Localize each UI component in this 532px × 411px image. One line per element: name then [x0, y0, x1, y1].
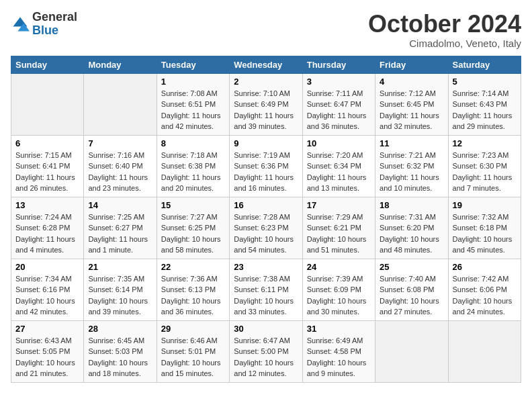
calendar-cell: 10Sunrise: 7:20 AM Sunset: 6:34 PM Dayli…: [302, 135, 375, 197]
weekday-header: Tuesday: [157, 56, 229, 73]
day-info: Sunrise: 6:43 AM Sunset: 5:05 PM Dayligh…: [15, 335, 79, 379]
calendar-cell: 19Sunrise: 7:32 AM Sunset: 6:18 PM Dayli…: [448, 197, 521, 259]
day-info: Sunrise: 6:45 AM Sunset: 5:03 PM Dayligh…: [88, 335, 152, 379]
calendar-week-row: 13Sunrise: 7:24 AM Sunset: 6:28 PM Dayli…: [11, 197, 521, 259]
day-number: 28: [88, 324, 152, 334]
weekday-header: Saturday: [448, 56, 521, 73]
calendar-cell: 8Sunrise: 7:18 AM Sunset: 6:38 PM Daylig…: [157, 135, 229, 197]
day-number: 13: [15, 200, 79, 210]
calendar-cell: 13Sunrise: 7:24 AM Sunset: 6:28 PM Dayli…: [11, 197, 84, 259]
day-number: 6: [15, 138, 79, 148]
calendar-cell: 29Sunrise: 6:46 AM Sunset: 5:01 PM Dayli…: [157, 320, 229, 382]
calendar-cell: 27Sunrise: 6:43 AM Sunset: 5:05 PM Dayli…: [11, 320, 84, 382]
calendar-week-row: 20Sunrise: 7:34 AM Sunset: 6:16 PM Dayli…: [11, 259, 521, 320]
day-number: 14: [88, 200, 152, 210]
calendar-cell: 7Sunrise: 7:16 AM Sunset: 6:40 PM Daylig…: [84, 135, 157, 197]
day-number: 12: [453, 138, 517, 148]
day-info: Sunrise: 7:12 AM Sunset: 6:45 PM Dayligh…: [380, 88, 443, 132]
calendar-cell: 22Sunrise: 7:36 AM Sunset: 6:13 PM Dayli…: [157, 259, 229, 320]
day-number: 8: [161, 138, 225, 148]
day-info: Sunrise: 7:28 AM Sunset: 6:23 PM Dayligh…: [234, 212, 298, 256]
day-number: 19: [453, 200, 517, 210]
calendar-table: SundayMondayTuesdayWednesdayThursdayFrid…: [11, 56, 521, 383]
calendar-cell: 3Sunrise: 7:11 AM Sunset: 6:47 PM Daylig…: [302, 73, 375, 135]
day-number: 3: [307, 77, 371, 87]
day-number: 24: [307, 262, 371, 272]
day-number: 20: [15, 262, 79, 272]
day-info: Sunrise: 7:21 AM Sunset: 6:32 PM Dayligh…: [380, 150, 443, 194]
location-subtitle: Cimadolmo, Veneto, Italy: [368, 38, 521, 49]
calendar-cell: [11, 73, 84, 135]
day-number: 23: [234, 262, 298, 272]
calendar-cell: [448, 320, 521, 382]
day-info: Sunrise: 7:20 AM Sunset: 6:34 PM Dayligh…: [307, 150, 371, 194]
calendar-cell: 9Sunrise: 7:19 AM Sunset: 6:36 PM Daylig…: [230, 135, 302, 197]
day-number: 21: [88, 262, 152, 272]
day-number: 22: [161, 262, 225, 272]
day-number: 25: [380, 262, 443, 272]
day-number: 29: [161, 324, 225, 334]
calendar-cell: 4Sunrise: 7:12 AM Sunset: 6:45 PM Daylig…: [375, 73, 448, 135]
day-number: 5: [453, 77, 517, 87]
calendar-cell: 5Sunrise: 7:14 AM Sunset: 6:43 PM Daylig…: [448, 73, 521, 135]
day-info: Sunrise: 7:24 AM Sunset: 6:28 PM Dayligh…: [15, 212, 79, 256]
weekday-header: Monday: [84, 56, 157, 73]
day-info: Sunrise: 7:40 AM Sunset: 6:08 PM Dayligh…: [380, 273, 443, 318]
month-title: October 2024: [368, 11, 521, 38]
calendar-cell: 6Sunrise: 7:15 AM Sunset: 6:41 PM Daylig…: [11, 135, 84, 197]
calendar-cell: 24Sunrise: 7:39 AM Sunset: 6:09 PM Dayli…: [302, 259, 375, 320]
day-info: Sunrise: 7:16 AM Sunset: 6:40 PM Dayligh…: [88, 150, 152, 194]
day-info: Sunrise: 7:11 AM Sunset: 6:47 PM Dayligh…: [307, 88, 371, 132]
day-info: Sunrise: 7:38 AM Sunset: 6:11 PM Dayligh…: [234, 273, 298, 318]
day-number: 4: [380, 77, 443, 87]
calendar-cell: 17Sunrise: 7:29 AM Sunset: 6:21 PM Dayli…: [302, 197, 375, 259]
day-number: 1: [161, 77, 225, 87]
day-info: Sunrise: 7:32 AM Sunset: 6:18 PM Dayligh…: [453, 212, 517, 256]
calendar-cell: 18Sunrise: 7:31 AM Sunset: 6:20 PM Dayli…: [375, 197, 448, 259]
day-info: Sunrise: 7:18 AM Sunset: 6:38 PM Dayligh…: [161, 150, 225, 194]
title-block: October 2024 Cimadolmo, Veneto, Italy: [368, 11, 521, 49]
calendar-week-row: 27Sunrise: 6:43 AM Sunset: 5:05 PM Dayli…: [11, 320, 521, 382]
logo-text: General Blue: [32, 11, 77, 38]
day-info: Sunrise: 7:36 AM Sunset: 6:13 PM Dayligh…: [161, 273, 225, 318]
calendar-cell: 28Sunrise: 6:45 AM Sunset: 5:03 PM Dayli…: [84, 320, 157, 382]
calendar-cell: [375, 320, 448, 382]
calendar-cell: 16Sunrise: 7:28 AM Sunset: 6:23 PM Dayli…: [230, 197, 302, 259]
day-info: Sunrise: 7:25 AM Sunset: 6:27 PM Dayligh…: [88, 212, 152, 256]
day-info: Sunrise: 7:14 AM Sunset: 6:43 PM Dayligh…: [453, 88, 517, 132]
day-info: Sunrise: 7:34 AM Sunset: 6:16 PM Dayligh…: [15, 273, 79, 318]
calendar-cell: [84, 73, 157, 135]
calendar-cell: 25Sunrise: 7:40 AM Sunset: 6:08 PM Dayli…: [375, 259, 448, 320]
day-info: Sunrise: 7:10 AM Sunset: 6:49 PM Dayligh…: [234, 88, 298, 132]
page-header: General Blue October 2024 Cimadolmo, Ven…: [11, 11, 521, 49]
logo-blue: Blue: [32, 24, 77, 38]
day-info: Sunrise: 7:39 AM Sunset: 6:09 PM Dayligh…: [307, 273, 371, 318]
day-info: Sunrise: 6:46 AM Sunset: 5:01 PM Dayligh…: [161, 335, 225, 379]
calendar-cell: 11Sunrise: 7:21 AM Sunset: 6:32 PM Dayli…: [375, 135, 448, 197]
day-number: 30: [234, 324, 298, 334]
calendar-cell: 21Sunrise: 7:35 AM Sunset: 6:14 PM Dayli…: [84, 259, 157, 320]
calendar-cell: 2Sunrise: 7:10 AM Sunset: 6:49 PM Daylig…: [230, 73, 302, 135]
day-number: 9: [234, 138, 298, 148]
calendar-cell: 1Sunrise: 7:08 AM Sunset: 6:51 PM Daylig…: [157, 73, 229, 135]
calendar-header: SundayMondayTuesdayWednesdayThursdayFrid…: [11, 56, 521, 73]
calendar-week-row: 1Sunrise: 7:08 AM Sunset: 6:51 PM Daylig…: [11, 73, 521, 135]
day-number: 15: [161, 200, 225, 210]
day-number: 10: [307, 138, 371, 148]
calendar-cell: 23Sunrise: 7:38 AM Sunset: 6:11 PM Dayli…: [230, 259, 302, 320]
calendar-week-row: 6Sunrise: 7:15 AM Sunset: 6:41 PM Daylig…: [11, 135, 521, 197]
calendar-body: 1Sunrise: 7:08 AM Sunset: 6:51 PM Daylig…: [11, 73, 521, 382]
logo-icon: [11, 15, 30, 34]
day-info: Sunrise: 7:08 AM Sunset: 6:51 PM Dayligh…: [161, 88, 225, 132]
day-info: Sunrise: 7:31 AM Sunset: 6:20 PM Dayligh…: [380, 212, 443, 256]
calendar-cell: 30Sunrise: 6:47 AM Sunset: 5:00 PM Dayli…: [230, 320, 302, 382]
day-number: 2: [234, 77, 298, 87]
logo: General Blue: [11, 11, 77, 38]
day-number: 7: [88, 138, 152, 148]
day-number: 16: [234, 200, 298, 210]
day-number: 18: [380, 200, 443, 210]
weekday-row: SundayMondayTuesdayWednesdayThursdayFrid…: [11, 56, 521, 73]
day-number: 17: [307, 200, 371, 210]
calendar-cell: 26Sunrise: 7:42 AM Sunset: 6:06 PM Dayli…: [448, 259, 521, 320]
weekday-header: Thursday: [302, 56, 375, 73]
